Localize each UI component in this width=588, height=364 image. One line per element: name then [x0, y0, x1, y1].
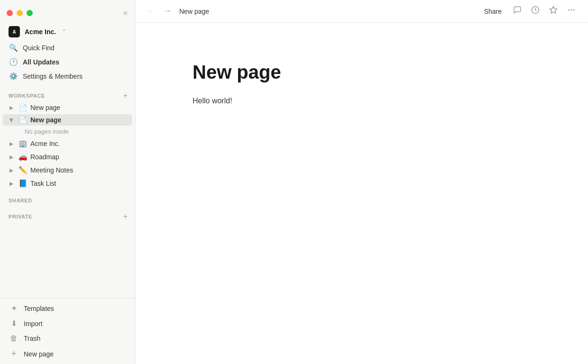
workspace-page-acme-inc[interactable]: ▶ 🏢 Acme Inc.: [3, 137, 132, 150]
page-name: Task List: [30, 180, 56, 187]
doc-icon: 📄: [18, 104, 28, 111]
traffic-lights: [7, 10, 33, 16]
share-button[interactable]: Share: [479, 6, 506, 17]
page-name: New page: [30, 116, 61, 124]
page-emoji-icon: 🚗: [18, 153, 28, 161]
chevron-icon: ▶: [8, 167, 15, 173]
comment-button[interactable]: [510, 3, 524, 19]
import-label: Import: [24, 320, 43, 328]
page-title[interactable]: New page: [193, 61, 531, 83]
favorite-button[interactable]: [546, 3, 560, 19]
no-pages-label: No pages inside: [0, 126, 135, 137]
trash-icon: 🗑: [9, 334, 19, 343]
chevron-icon: ▶: [8, 154, 15, 160]
quick-find-item[interactable]: 🔍 Quick Find: [3, 41, 132, 55]
trash-label: Trash: [24, 335, 40, 342]
svg-marker-1: [550, 7, 557, 13]
sidebar: « A Acme Inc. ⌃ 🔍 Quick Find 🕐 All Updat…: [0, 0, 136, 364]
history-button[interactable]: [528, 3, 542, 19]
page-name: Roadmap: [30, 153, 59, 161]
workspace-chevron-icon: ⌃: [62, 28, 66, 35]
main-content: ← → New page Share New page Hello world!: [136, 0, 588, 364]
more-options-button[interactable]: [564, 3, 579, 19]
workspace-page-task-list[interactable]: ▶ 📘 Task List: [3, 177, 132, 190]
settings-icon: ⚙️: [9, 72, 18, 81]
all-updates-item[interactable]: 🕐 All Updates: [3, 55, 132, 69]
chevron-icon: ▶: [8, 141, 15, 147]
shared-section-header: SHARED: [0, 194, 135, 204]
trash-item[interactable]: 🗑 Trash: [3, 331, 132, 346]
page-name: New page: [30, 104, 60, 111]
page-name: Acme Inc.: [30, 140, 60, 147]
updates-icon: 🕐: [9, 58, 18, 66]
new-page-bottom-label: New page: [24, 350, 54, 358]
workspace-icon: A: [9, 26, 20, 37]
page-name: Meeting Notes: [30, 166, 73, 174]
plus-icon: +: [9, 349, 19, 359]
workspace-selector[interactable]: A Acme Inc. ⌃: [3, 23, 132, 40]
page-emoji-icon: 🏢: [18, 139, 28, 148]
chevron-icon: ▶: [9, 116, 15, 124]
templates-icon: ✦: [9, 304, 19, 313]
import-item[interactable]: ⬇ Import: [3, 316, 132, 331]
workspace-page-new-page-1[interactable]: ▶ 📄 New page: [3, 102, 132, 113]
maximize-button[interactable]: [27, 10, 33, 16]
templates-item[interactable]: ✦ Templates: [3, 301, 132, 316]
forward-button[interactable]: →: [160, 4, 175, 18]
svg-point-3: [571, 9, 572, 11]
workspace-page-meeting-notes[interactable]: ▶ ✏️ Meeting Notes: [3, 164, 132, 176]
settings-label: Settings & Members: [23, 73, 83, 80]
breadcrumb: New page: [179, 8, 209, 15]
chevron-icon: ▶: [8, 181, 15, 187]
settings-item[interactable]: ⚙️ Settings & Members: [3, 70, 132, 83]
svg-point-2: [568, 9, 570, 11]
topbar-right: Share: [479, 3, 579, 19]
doc-icon: 📄: [18, 116, 28, 124]
add-workspace-page-button[interactable]: +: [121, 91, 129, 100]
import-icon: ⬇: [9, 319, 19, 328]
search-icon: 🔍: [9, 44, 18, 52]
workspace-page-new-page-2[interactable]: ▶ 📄 New page: [3, 114, 132, 126]
page-body[interactable]: Hello world!: [193, 95, 531, 107]
add-private-page-button[interactable]: +: [121, 212, 129, 221]
workspace-section-label: WORKSPACE: [9, 93, 45, 99]
collapse-sidebar-button[interactable]: «: [119, 7, 131, 19]
quick-find-label: Quick Find: [23, 44, 55, 52]
close-button[interactable]: [7, 10, 13, 16]
all-updates-label: All Updates: [23, 58, 59, 66]
workspace-section-header: WORKSPACE +: [0, 87, 135, 101]
templates-label: Templates: [24, 305, 54, 312]
workspace-page-roadmap[interactable]: ▶ 🚗 Roadmap: [3, 151, 132, 163]
minimize-button[interactable]: [17, 10, 23, 16]
workspace-name: Acme Inc.: [25, 28, 56, 36]
back-button[interactable]: ←: [143, 4, 157, 18]
page-emoji-icon: 📘: [18, 179, 28, 188]
chevron-icon: ▶: [8, 105, 15, 111]
svg-point-4: [573, 9, 575, 11]
sidebar-bottom-section: ✦ Templates ⬇ Import 🗑 Trash + New page: [0, 298, 135, 364]
shared-section-label: SHARED: [9, 198, 32, 203]
topbar: ← → New page Share: [136, 0, 588, 23]
page-emoji-icon: ✏️: [18, 166, 28, 174]
private-section-header: PRIVATE +: [0, 208, 135, 222]
new-page-bottom-button[interactable]: + New page: [3, 346, 132, 362]
private-section-label: PRIVATE: [9, 214, 32, 219]
page-editor[interactable]: New page Hello world!: [136, 23, 588, 364]
topbar-left: ← → New page: [143, 4, 209, 18]
